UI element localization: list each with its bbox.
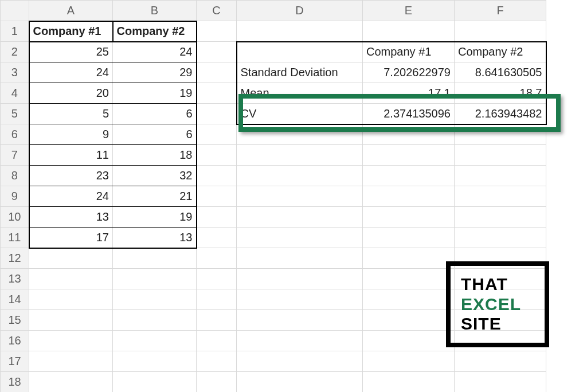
cell-A2[interactable]: 25: [29, 42, 113, 62]
cell[interactable]: [363, 269, 455, 289]
cell-A11[interactable]: 17: [29, 228, 113, 248]
cell[interactable]: [113, 372, 197, 393]
cell-A10[interactable]: 13: [29, 207, 113, 228]
cell-D4[interactable]: Mean: [237, 83, 363, 104]
cell-B5[interactable]: 6: [113, 104, 197, 124]
cell[interactable]: [197, 372, 237, 393]
cell-B1[interactable]: Company #2: [113, 21, 197, 42]
cell[interactable]: [197, 228, 237, 248]
cell[interactable]: [29, 372, 113, 393]
cell[interactable]: [113, 310, 197, 331]
cell-A9[interactable]: 24: [29, 186, 113, 207]
cell[interactable]: [29, 269, 113, 289]
col-header-A[interactable]: A: [29, 1, 113, 21]
cell[interactable]: [197, 351, 237, 372]
cell-D3[interactable]: Standard Deviation: [237, 62, 363, 83]
cell[interactable]: [237, 372, 363, 393]
cell[interactable]: [197, 42, 237, 62]
cell[interactable]: [29, 351, 113, 372]
cell-B4[interactable]: 19: [113, 83, 197, 104]
cell[interactable]: [197, 289, 237, 310]
cell-B9[interactable]: 21: [113, 186, 197, 207]
row-header[interactable]: 7: [1, 145, 29, 166]
cell[interactable]: [197, 104, 237, 124]
cell-A8[interactable]: 23: [29, 166, 113, 186]
cell-B8[interactable]: 32: [113, 166, 197, 186]
cell-D5[interactable]: CV: [237, 104, 363, 124]
cell[interactable]: [197, 310, 237, 331]
cell[interactable]: [237, 331, 363, 351]
row-header[interactable]: 6: [1, 124, 29, 145]
cell-B2[interactable]: 24: [113, 42, 197, 62]
cell-F5[interactable]: 2.163943482: [455, 104, 546, 124]
cell[interactable]: [237, 145, 363, 166]
cell-B6[interactable]: 6: [113, 124, 197, 145]
cell[interactable]: [197, 62, 237, 83]
cell-E3[interactable]: 7.202622979: [363, 62, 455, 83]
cell[interactable]: [363, 372, 455, 393]
cell[interactable]: [363, 331, 455, 351]
cell[interactable]: [113, 331, 197, 351]
cell[interactable]: [363, 228, 455, 248]
cell[interactable]: [237, 269, 363, 289]
cell[interactable]: [363, 310, 455, 331]
cell[interactable]: [197, 124, 237, 145]
row-header[interactable]: 2: [1, 42, 29, 62]
cell[interactable]: [197, 83, 237, 104]
row-header[interactable]: 15: [1, 310, 29, 331]
cell[interactable]: [455, 228, 546, 248]
row-header[interactable]: 18: [1, 372, 29, 393]
cell[interactable]: [237, 124, 363, 145]
cell[interactable]: [237, 21, 363, 42]
cell[interactable]: [237, 351, 363, 372]
cell-B10[interactable]: 19: [113, 207, 197, 228]
col-header-C[interactable]: C: [197, 1, 237, 21]
cell[interactable]: [455, 21, 546, 42]
cell[interactable]: [113, 351, 197, 372]
row-header[interactable]: 4: [1, 83, 29, 104]
cell[interactable]: [113, 269, 197, 289]
cell[interactable]: [363, 124, 455, 145]
cell[interactable]: [197, 21, 237, 42]
cell-A7[interactable]: 11: [29, 145, 113, 166]
row-header[interactable]: 13: [1, 269, 29, 289]
cell[interactable]: [455, 372, 546, 393]
cell[interactable]: [455, 351, 546, 372]
row-header[interactable]: 16: [1, 331, 29, 351]
cell[interactable]: [363, 248, 455, 269]
row-header[interactable]: 17: [1, 351, 29, 372]
cell[interactable]: [363, 21, 455, 42]
cell-F4[interactable]: 18.7: [455, 83, 546, 104]
cell-A1[interactable]: Company #1: [29, 21, 113, 42]
cell-B11[interactable]: 13: [113, 228, 197, 248]
cell[interactable]: [237, 310, 363, 331]
cell[interactable]: [455, 166, 546, 186]
cell[interactable]: [197, 186, 237, 207]
cell[interactable]: [363, 186, 455, 207]
cell[interactable]: [455, 186, 546, 207]
row-header[interactable]: 1: [1, 21, 29, 42]
row-header[interactable]: 3: [1, 62, 29, 83]
cell[interactable]: [363, 166, 455, 186]
row-header[interactable]: 9: [1, 186, 29, 207]
cell[interactable]: [237, 248, 363, 269]
cell-D2[interactable]: [237, 42, 363, 62]
cell-E2[interactable]: Company #1: [363, 42, 455, 62]
cell-F3[interactable]: 8.641630505: [455, 62, 546, 83]
cell-B7[interactable]: 18: [113, 145, 197, 166]
cell-B3[interactable]: 29: [113, 62, 197, 83]
cell[interactable]: [197, 145, 237, 166]
cell[interactable]: [363, 351, 455, 372]
row-header[interactable]: 11: [1, 228, 29, 248]
cell[interactable]: [237, 166, 363, 186]
cell[interactable]: [29, 331, 113, 351]
cell[interactable]: [197, 269, 237, 289]
cell-A6[interactable]: 9: [29, 124, 113, 145]
cell[interactable]: [113, 248, 197, 269]
row-header[interactable]: 10: [1, 207, 29, 228]
cell-E5[interactable]: 2.374135096: [363, 104, 455, 124]
cell[interactable]: [29, 248, 113, 269]
cell[interactable]: [237, 289, 363, 310]
cell[interactable]: [29, 310, 113, 331]
cell[interactable]: [113, 289, 197, 310]
